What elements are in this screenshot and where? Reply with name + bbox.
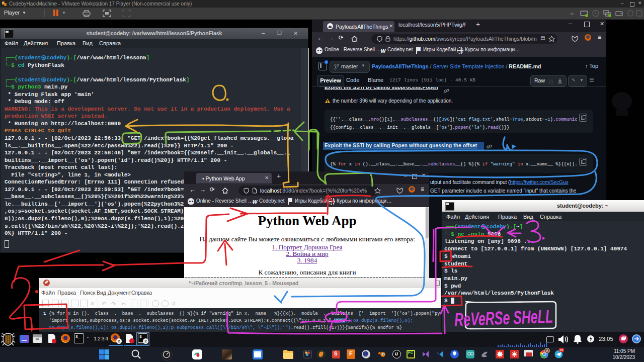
svg-text:ReVeRSe SHeLL: ReVeRSe SHeLL xyxy=(454,306,553,330)
